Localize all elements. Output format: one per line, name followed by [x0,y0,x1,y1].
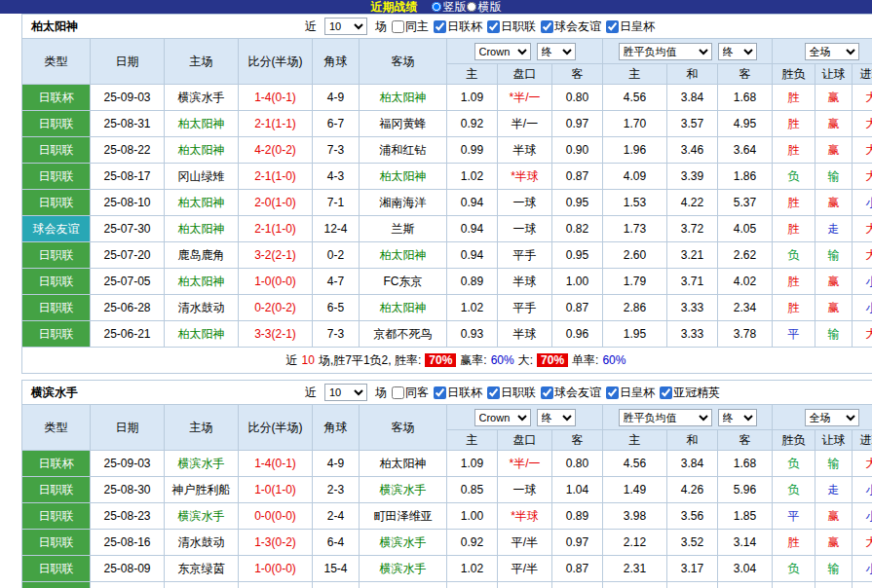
layout-radio-2[interactable]: 横版 [467,1,502,13]
recent-label: 近 [305,385,317,401]
section-header: 柏太阳神近10场同主日联杯日职联球会友谊日皇杯 [21,14,872,38]
corners: 4-9 [313,451,360,477]
corners: 4-3 [313,164,360,190]
handicap-result: 输 [815,164,853,190]
avg-odds-value: 2.86 [603,295,667,321]
avg-odds-value: 1.70 [603,111,667,137]
checkbox-input[interactable] [606,386,619,399]
column-header: 胜负 [773,430,815,451]
avg-odds-value: 2.62 [718,242,773,269]
checkbox-input[interactable] [392,386,404,399]
odds-value: 1.02 [447,556,498,582]
avg-odds-value: 3.84 [667,451,718,477]
away-team: 柏太阳神 [360,164,447,190]
home-team: 柏太阳神 [165,269,239,295]
checkbox-input[interactable] [606,20,619,33]
company-select[interactable]: Crown [474,409,531,426]
final-select[interactable]: 终 [537,409,576,426]
checkbox-input[interactable] [541,386,553,399]
avg-odds-value: 5.96 [718,477,773,503]
final-select[interactable]: 终 [718,43,757,60]
checkbox-input[interactable] [392,20,404,33]
home-team: 清水鼓动 [165,295,239,321]
radio-input[interactable] [432,2,441,12]
filter-label: 日皇杯 [620,385,655,401]
match-result: 胜 [773,85,815,111]
checkbox-input[interactable] [541,20,553,33]
goals-result: 大 [853,530,872,556]
table-row: 日职联25-06-28清水鼓动0-2(0-2)6-5柏太阳神1.02平手0.87… [22,295,872,321]
scope-select[interactable]: 全场 [805,409,859,426]
summary-bar: 近10场,胜7平1负2, 胜率:70%赢率:60%大:70%单率:60% [21,348,872,374]
away-team: 湘南海洋 [360,190,447,216]
section-header: 横滨水手近10场同客日联杯日职联球会友谊日皇杯亚冠精英 [21,380,872,404]
match-type: 日职联 [22,530,91,556]
checkbox-input[interactable] [434,20,446,33]
scope-select[interactable]: 全场 [805,43,859,60]
match-result: 胜 [773,216,815,242]
odds-value: 0.99 [447,137,498,164]
handicap-result: 输 [815,321,853,348]
filter-checkbox[interactable]: 日联杯 [434,18,482,35]
filter-checkbox[interactable]: 亚冠精英 [660,385,720,401]
recent-count-select[interactable]: 10 [324,384,367,401]
avg-odds-value: 3.39 [667,164,718,190]
avg-odds-header: 胜平负均值终 [603,39,773,64]
radio-input[interactable] [467,2,476,12]
filter-label: 亚冠精英 [673,385,720,401]
match-type: 日联杯 [22,451,91,477]
avg-select[interactable]: 胜平负均值 [619,409,712,426]
corners: 4-7 [313,269,360,295]
team-section-1: 柏太阳神近10场同主日联杯日职联球会友谊日皇杯类型日期主场比分(半场)角球客场C… [21,14,872,374]
home-team: 横滨水手 [165,85,239,111]
odds-company-header: Crown终 [447,405,603,430]
column-header: 盘口 [498,64,552,85]
corners: 2-3 [313,477,360,503]
column-header: 主场 [165,39,239,85]
avg-odds-value: 4.26 [667,477,718,503]
filter-checkbox[interactable]: 日联杯 [434,385,482,401]
column-header: 客场 [360,405,447,451]
checkbox-input[interactable] [434,386,446,399]
avg-odds-value: 3.71 [667,269,718,295]
filter-checkbox[interactable]: 日皇杯 [606,385,655,401]
handicap-result: 赢 [815,503,853,530]
home-team: 柏太阳神 [165,190,239,216]
filter-checkbox[interactable]: 球会友谊 [541,18,601,35]
checkbox-input[interactable] [660,386,672,399]
final-select[interactable]: 终 [718,409,757,426]
handicap-result: 输 [815,556,853,582]
layout-radio-1[interactable]: 竖版 [432,1,467,13]
handicap-result: 赢 [815,269,853,295]
corners: 6-4 [313,530,360,556]
filters: 近10场同客日联杯日职联球会友谊日皇杯亚冠精英 [305,384,720,401]
table-row: 日职联25-08-30神户胜利船1-0(1-0)2-3横滨水手0.85一球1.0… [22,477,872,503]
filter-checkbox[interactable]: 球会友谊 [541,385,601,401]
odds-value: 0.94 [447,242,498,269]
odds-value [552,582,603,588]
away-team: 福冈黄蜂 [360,111,447,137]
match-type: 日联杯 [22,85,91,111]
filter-checkbox[interactable]: 日职联 [487,18,536,35]
match-score: 0-2(0-2) [239,295,313,321]
filter-checkbox[interactable]: 同客 [392,385,429,401]
summary-part: 60% [602,353,626,367]
odds-value: 1.02 [447,295,498,321]
filter-checkbox[interactable]: 日皇杯 [606,18,655,35]
match-type: 日职联 [22,503,91,530]
match-result: 负 [773,164,815,190]
match-score: 4-2(0-2) [239,137,313,164]
filter-checkbox[interactable]: 日职联 [487,385,536,401]
checkbox-input[interactable] [487,386,500,399]
filter-checkbox[interactable]: 同主 [392,18,429,35]
company-select[interactable]: Crown [474,43,531,60]
corners: 7-3 [313,321,360,348]
avg-odds-value: 4.95 [718,111,773,137]
match-date: 25-07-05 [91,269,165,295]
final-select[interactable]: 终 [537,43,576,60]
odds-value: 半/一 [498,111,552,137]
recent-count-select[interactable]: 10 [324,18,367,35]
avg-select[interactable]: 胜平负均值 [619,43,712,60]
odds-value: 半球 [498,137,552,164]
checkbox-input[interactable] [487,20,500,33]
